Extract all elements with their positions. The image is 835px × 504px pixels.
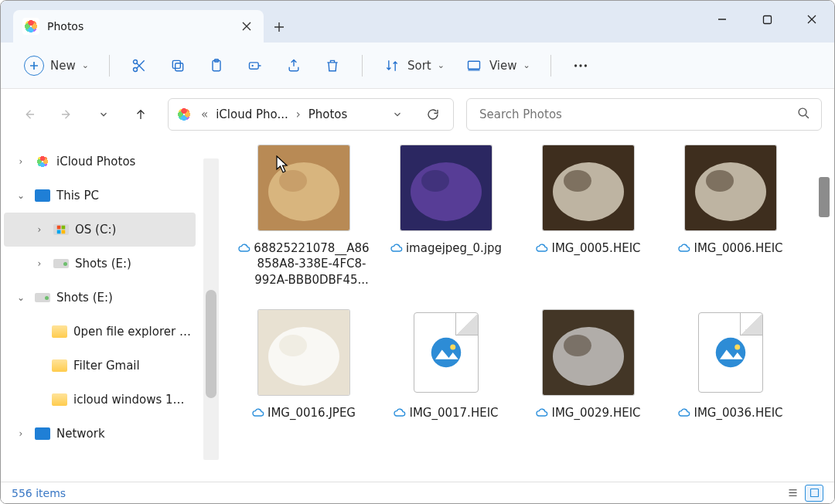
tree-item-shots-drive-expanded[interactable]: ⌄ Shots (E:) bbox=[4, 281, 196, 315]
photos-app-icon bbox=[35, 154, 50, 169]
view-label: View bbox=[489, 59, 517, 73]
photo-thumbnail bbox=[400, 145, 492, 230]
nav-recent-button[interactable] bbox=[87, 98, 120, 131]
cloud-icon bbox=[394, 407, 406, 423]
cloud-icon bbox=[536, 407, 548, 423]
nav-forward-button[interactable] bbox=[50, 98, 83, 131]
content-scrollbar[interactable] bbox=[817, 140, 831, 482]
svg-point-10 bbox=[579, 64, 581, 66]
chevron-right-icon[interactable]: › bbox=[13, 156, 29, 167]
photo-thumbnail bbox=[543, 310, 634, 395]
svg-point-32 bbox=[431, 338, 462, 368]
breadcrumb-segment[interactable]: Photos bbox=[308, 107, 348, 121]
svg-point-31 bbox=[279, 335, 307, 356]
search-icon[interactable] bbox=[797, 107, 810, 123]
file-name-label: IMG_0029.HEIC bbox=[551, 405, 640, 421]
tree-item-folder[interactable]: Filter Gmail bbox=[4, 349, 196, 383]
photo-thumbnail bbox=[543, 145, 634, 230]
address-dropdown-button[interactable] bbox=[383, 109, 411, 120]
more-button[interactable] bbox=[564, 51, 598, 80]
search-box[interactable] bbox=[466, 98, 822, 131]
view-icon bbox=[465, 56, 483, 75]
file-name-label: 68825221078__A86858A8-338E-4FC8-992A-BBB… bbox=[254, 240, 370, 288]
file-item[interactable]: IMG_0005.HEIC bbox=[519, 143, 658, 288]
cloud-icon bbox=[678, 242, 690, 258]
file-item[interactable]: IMG_0017.HEIC bbox=[377, 308, 516, 423]
status-items-count: 556 items bbox=[12, 487, 66, 499]
tree-item-folder[interactable]: icloud windows 11 Pho bbox=[4, 383, 196, 417]
file-item[interactable]: IMG_0036.HEIC bbox=[661, 308, 800, 423]
chevron-right-icon[interactable]: › bbox=[32, 224, 47, 235]
chevron-down-icon[interactable]: ⌄ bbox=[13, 190, 29, 201]
refresh-button[interactable] bbox=[419, 107, 447, 121]
nav-up-button[interactable] bbox=[124, 98, 157, 131]
svg-point-21 bbox=[411, 162, 482, 221]
delete-button[interactable] bbox=[315, 51, 349, 80]
nav-tree: › iCloud Photos ⌄ This PC › OS (C:) › Sh… bbox=[1, 140, 196, 482]
generic-file-icon bbox=[698, 312, 763, 393]
tree-item-shots-drive[interactable]: › Shots (E:) bbox=[4, 247, 196, 281]
new-button[interactable]: New ⌄ bbox=[16, 51, 97, 80]
paste-button[interactable] bbox=[199, 51, 233, 80]
details-view-toggle[interactable] bbox=[783, 485, 802, 502]
tree-item-folder[interactable]: 0pen file explorer oned bbox=[4, 315, 196, 349]
photo-thumbnail bbox=[685, 145, 776, 230]
chevron-right-icon[interactable]: › bbox=[13, 428, 29, 439]
svg-point-12 bbox=[799, 108, 806, 116]
copy-button[interactable] bbox=[161, 51, 195, 80]
file-item[interactable]: IMG_0016.JPEG bbox=[234, 308, 373, 423]
cut-button[interactable] bbox=[122, 51, 156, 80]
tab-photos[interactable]: Photos bbox=[13, 10, 264, 43]
window-close-button[interactable] bbox=[789, 1, 834, 38]
nav-back-button[interactable] bbox=[13, 98, 46, 131]
cloud-icon bbox=[252, 407, 264, 423]
folder-icon bbox=[52, 324, 67, 339]
icons-view-toggle[interactable] bbox=[805, 485, 823, 502]
new-label: New bbox=[50, 59, 76, 73]
search-input[interactable] bbox=[478, 107, 797, 122]
tree-item-icloud-photos[interactable]: › iCloud Photos bbox=[4, 145, 196, 179]
file-item[interactable]: IMG_0029.HEIC bbox=[519, 308, 658, 423]
file-item[interactable]: IMG_0006.HEIC bbox=[661, 143, 800, 288]
sort-button[interactable]: Sort ⌄ bbox=[375, 51, 452, 80]
svg-point-37 bbox=[716, 338, 746, 368]
photos-app-icon bbox=[22, 18, 39, 35]
rename-button[interactable] bbox=[238, 51, 272, 80]
view-button[interactable]: View ⌄ bbox=[457, 51, 538, 80]
svg-point-11 bbox=[584, 64, 587, 66]
cloud-icon bbox=[678, 407, 690, 423]
tree-item-os-drive[interactable]: › OS (C:) bbox=[4, 213, 196, 247]
breadcrumb-segment[interactable]: iCloud Pho... bbox=[216, 107, 288, 121]
tree-item-this-pc[interactable]: ⌄ This PC bbox=[4, 179, 196, 213]
new-tab-button[interactable] bbox=[264, 12, 295, 43]
address-bar[interactable]: « iCloud Pho... › Photos bbox=[168, 98, 454, 131]
svg-point-25 bbox=[564, 170, 591, 192]
svg-point-28 bbox=[706, 170, 734, 192]
file-item[interactable]: 68825221078__A86858A8-338E-4FC8-992A-BBB… bbox=[234, 143, 373, 288]
share-button[interactable] bbox=[277, 51, 311, 80]
monitor-icon bbox=[35, 188, 50, 203]
more-icon bbox=[571, 56, 590, 75]
status-bar: 556 items bbox=[1, 482, 834, 503]
file-name-label: IMG_0036.HEIC bbox=[694, 405, 782, 421]
scrollbar-thumb[interactable] bbox=[819, 177, 830, 217]
window-maximize-button[interactable] bbox=[745, 1, 789, 38]
windows-drive-icon bbox=[53, 224, 69, 235]
svg-point-36 bbox=[564, 335, 591, 356]
svg-rect-4 bbox=[172, 60, 180, 68]
file-item[interactable]: imagejpeg_0.jpg bbox=[377, 143, 516, 288]
folder-icon bbox=[52, 392, 67, 407]
svg-point-1 bbox=[133, 67, 137, 71]
tree-item-network[interactable]: › Network bbox=[4, 417, 196, 451]
cloud-icon bbox=[238, 242, 250, 258]
svg-rect-16 bbox=[62, 230, 66, 234]
window-minimize-button[interactable] bbox=[700, 1, 745, 38]
svg-rect-8 bbox=[468, 61, 479, 69]
chevron-down-icon[interactable]: ⌄ bbox=[13, 292, 29, 303]
chevron-right-icon[interactable]: › bbox=[32, 258, 47, 269]
file-name-label: IMG_0017.HEIC bbox=[409, 405, 498, 421]
svg-rect-15 bbox=[57, 230, 61, 234]
svg-rect-39 bbox=[810, 489, 818, 497]
close-tab-button[interactable] bbox=[239, 19, 254, 34]
svg-point-38 bbox=[734, 344, 740, 349]
